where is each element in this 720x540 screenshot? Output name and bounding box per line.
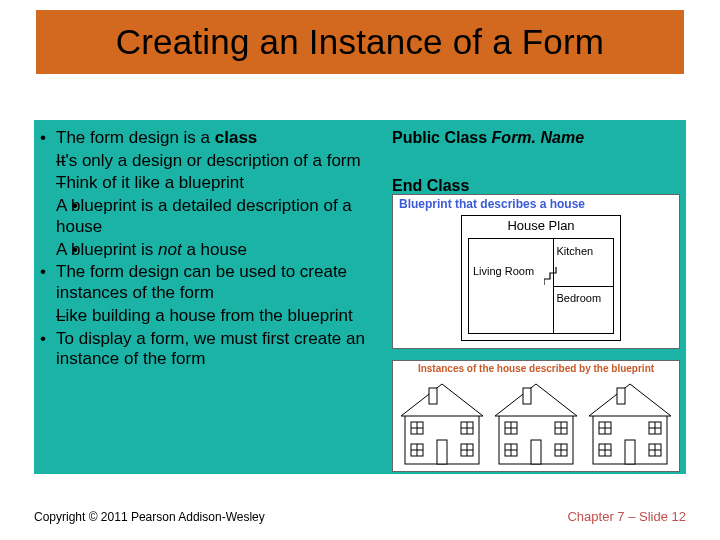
code-line2: End Class — [392, 177, 469, 194]
bullet-1b: Think of it like a blueprint — [40, 173, 380, 194]
blueprint-caption: Blueprint that describes a house — [399, 197, 585, 211]
bullet-1a: It's only a design or description of a f… — [40, 151, 380, 172]
bullet-2: The form design can be used to create in… — [40, 262, 380, 303]
bullet-1b-ii: A blueprint is not a house — [40, 240, 380, 261]
bullet-list: The form design is a class It's only a d… — [40, 128, 380, 372]
bullet-3: To display a form, we must first create … — [40, 329, 380, 370]
room-kitchen: Kitchen — [557, 245, 594, 257]
plan-stairs-icon — [544, 267, 562, 285]
bullet-1-classword: class — [215, 128, 258, 147]
instances-diagram: Instances of the house described by the … — [392, 360, 680, 472]
house-plan-title: House Plan — [462, 218, 620, 233]
svg-rect-18 — [523, 388, 531, 404]
blueprint-diagram: Blueprint that describes a house House P… — [392, 194, 680, 349]
slide: Creating an Instance of a Form The form … — [0, 0, 720, 540]
code-line1-keyword: Public Class — [392, 129, 492, 146]
bullet-2a: Like building a house from the blueprint — [40, 306, 380, 327]
svg-rect-2 — [429, 388, 437, 404]
bullet-1b-ii-not: not — [158, 240, 182, 259]
body-band: The form design is a class It's only a d… — [34, 120, 686, 474]
house-icon — [493, 376, 579, 466]
house-plan-box: House Plan Living Room Kitchen Bedroom — [461, 215, 621, 341]
plan-horizontal-divider — [553, 286, 613, 287]
svg-rect-34 — [617, 388, 625, 404]
svg-rect-35 — [625, 440, 635, 464]
bullet-1: The form design is a class — [40, 128, 380, 149]
bullet-1b-i: A blueprint is a detailed description of… — [40, 196, 380, 237]
svg-marker-1 — [401, 384, 483, 416]
room-living: Living Room — [473, 265, 534, 277]
houses-row — [399, 376, 673, 466]
right-column: Public Class Form. Name End Class Bluepr… — [392, 126, 680, 204]
bullet-1-text-pre: The form design is a — [56, 128, 215, 147]
footer-slide-number: Chapter 7 – Slide 12 — [567, 509, 686, 524]
house-plan-grid: Living Room Kitchen Bedroom — [468, 238, 614, 334]
bullet-1b-ii-post: a house — [182, 240, 247, 259]
house-icon — [587, 376, 673, 466]
room-bedroom: Bedroom — [557, 292, 602, 304]
code-line1-classname-text: Form. Name — [492, 129, 584, 146]
house-icon — [399, 376, 485, 466]
footer-copyright: Copyright © 2011 Pearson Addison-Wesley — [34, 510, 265, 524]
instances-caption: Instances of the house described by the … — [418, 363, 654, 374]
svg-marker-17 — [495, 384, 577, 416]
svg-rect-3 — [437, 440, 447, 464]
slide-title: Creating an Instance of a Form — [116, 22, 604, 62]
svg-marker-33 — [589, 384, 671, 416]
title-band: Creating an Instance of a Form — [36, 10, 684, 74]
code-block: Public Class Form. Name End Class — [392, 126, 680, 198]
bullet-1b-ii-pre: A blueprint is — [56, 240, 158, 259]
code-line1-classname: Form. Name — [492, 129, 584, 146]
svg-rect-19 — [531, 440, 541, 464]
